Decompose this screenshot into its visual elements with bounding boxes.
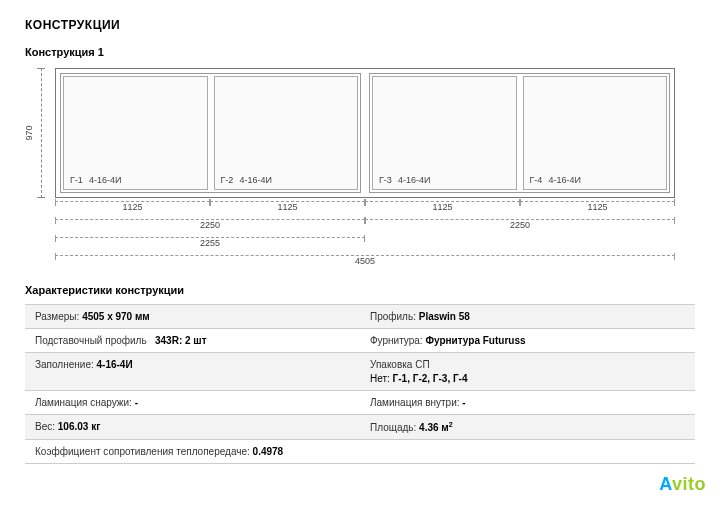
horizontal-dimensions: 1125 1125 1125 1125 2250 2250 2255 4505	[55, 198, 675, 270]
frame-outline: Г-14-16-4И Г-24-16-4И Г-34-16-4И Г-44-16…	[55, 68, 675, 198]
spec-heading: Характеристики конструкции	[25, 284, 695, 296]
frame-right: Г-34-16-4И Г-44-16-4И	[365, 69, 674, 197]
window-diagram: 970 Г-14-16-4И Г-24-16-4И Г-34-16-4И Г-4…	[55, 68, 695, 270]
frame-left: Г-14-16-4И Г-24-16-4И	[56, 69, 365, 197]
sash-4: Г-44-16-4И	[523, 76, 668, 190]
sash-1: Г-14-16-4И	[63, 76, 208, 190]
sash-3: Г-34-16-4И	[372, 76, 517, 190]
sash-2: Г-24-16-4И	[214, 76, 359, 190]
vertical-dimension: 970	[27, 68, 51, 198]
construction-heading: Конструкция 1	[25, 46, 695, 58]
watermark-logo: Avito	[659, 474, 706, 494]
height-value: 970	[24, 125, 34, 140]
page-title: КОНСТРУКЦИИ	[25, 18, 695, 32]
spec-table: Размеры: 4505 x 970 мм Профиль: Plaswin …	[25, 304, 695, 464]
